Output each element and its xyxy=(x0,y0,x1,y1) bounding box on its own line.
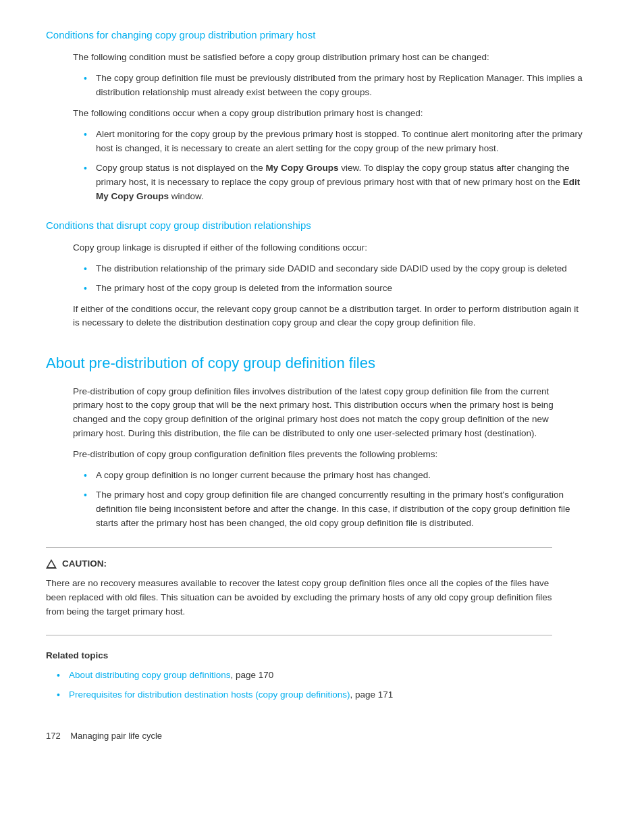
list-item: A copy group definition is no longer cur… xyxy=(84,469,583,483)
section2: Conditions that disrupt copy group distr… xyxy=(46,217,598,331)
list-item: About distributing copy group definition… xyxy=(57,669,556,683)
section1-conditions-intro: The following conditions occur when a co… xyxy=(73,107,579,121)
footer-section: Managing pair life cycle xyxy=(70,731,162,741)
section3-heading: About pre-distribution of copy group def… xyxy=(46,352,598,375)
list-item: The copy group definition file must be p… xyxy=(84,72,583,100)
caution-header: CAUTION: xyxy=(46,557,552,571)
list-item: The primary host of the copy group is de… xyxy=(84,282,583,296)
section1: Conditions for changing copy group distr… xyxy=(46,27,598,204)
list-item: Alert monitoring for the copy group by t… xyxy=(84,128,583,156)
page-footer: 172 Managing pair life cycle xyxy=(46,729,598,743)
footer-page-number: 172 xyxy=(46,731,61,741)
related-link-2-page: , page 171 xyxy=(350,689,393,700)
caution-triangle-icon xyxy=(46,559,57,569)
related-link-2[interactable]: Prerequisites for distribution destinati… xyxy=(69,689,350,700)
section1-bullet3-bold1: My Copy Groups xyxy=(265,163,338,173)
section3-para2: Pre-distribution of copy group configura… xyxy=(73,448,579,462)
related-link-1[interactable]: About distributing copy group definition… xyxy=(69,670,230,680)
list-item: The distribution relationship of the pri… xyxy=(84,262,583,276)
section3-para1: Pre-distribution of copy group definitio… xyxy=(73,385,579,442)
related-topics: Related topics About distributing copy g… xyxy=(46,649,598,702)
section1-bullet-list2: Alert monitoring for the copy group by t… xyxy=(84,128,583,204)
section1-heading: Conditions for changing copy group distr… xyxy=(46,27,598,43)
section1-intro: The following condition must be satisfie… xyxy=(73,51,579,65)
list-item: Copy group status is not displayed on th… xyxy=(84,161,583,204)
section3-bullet1: A copy group definition is no longer cur… xyxy=(96,470,431,480)
section2-conclusion: If either of the conditions occur, the r… xyxy=(73,303,579,331)
section1-bullet-list1: The copy group definition file must be p… xyxy=(84,72,583,100)
section2-heading: Conditions that disrupt copy group distr… xyxy=(46,217,598,233)
caution-label: CAUTION: xyxy=(62,557,107,571)
section3-bullet2: The primary host and copy group definiti… xyxy=(96,490,570,528)
section2-bullet-list: The distribution relationship of the pri… xyxy=(84,262,583,296)
section1-bullet3-before: Copy group status is not displayed on th… xyxy=(96,163,265,173)
list-item: Prerequisites for distribution destinati… xyxy=(57,688,556,702)
caution-box: CAUTION: There are no recovery measures … xyxy=(46,547,552,636)
section3: About pre-distribution of copy group def… xyxy=(46,352,598,530)
section2-bullet2: The primary host of the copy group is de… xyxy=(96,283,392,293)
section1-bullet1-text: The copy group definition file must be p… xyxy=(96,73,583,97)
related-topics-heading: Related topics xyxy=(46,649,598,663)
list-item: The primary host and copy group definiti… xyxy=(84,488,583,531)
section2-intro: Copy group linkage is disrupted if eithe… xyxy=(73,241,579,255)
caution-text: There are no recovery measures available… xyxy=(46,577,552,619)
section2-bullet1: The distribution relationship of the pri… xyxy=(96,263,567,273)
section3-bullet-list: A copy group definition is no longer cur… xyxy=(84,469,583,531)
related-topics-list: About distributing copy group definition… xyxy=(57,669,556,702)
section1-bullet3-after: window. xyxy=(169,191,204,201)
section1-bullet2-text: Alert monitoring for the copy group by t… xyxy=(96,129,583,153)
related-link-1-page: , page 170 xyxy=(230,670,273,680)
